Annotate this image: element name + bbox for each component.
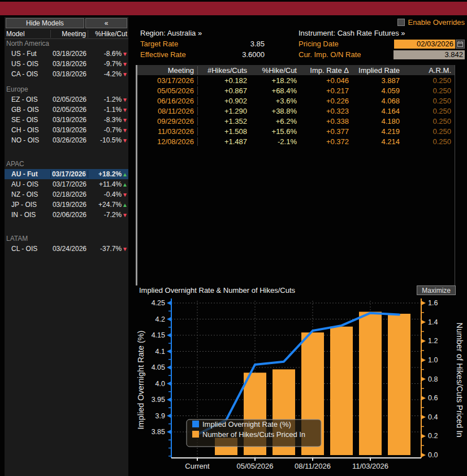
model-meeting-date: 03/19/2026 — [51, 126, 88, 134]
model-pct: -1.2%▼ — [88, 96, 128, 103]
cell-1: +1.352 — [198, 117, 250, 126]
cell-0: 08/11/2026 — [136, 107, 198, 115]
model-pct: +11.4%▲ — [88, 180, 128, 188]
model-name: NZ - OIS — [5, 191, 51, 198]
model-meeting-date: 02/06/2026 — [51, 211, 88, 219]
cell-2: +3.6% — [250, 97, 300, 105]
table-row[interactable]: 06/16/2026+0.902+3.6%+0.2264.0680.250 — [136, 96, 455, 106]
svg-text:05/05/2026: 05/05/2026 — [236, 462, 273, 470]
model-row[interactable]: US - Fut03/18/2026-8.6%▼ — [5, 49, 128, 59]
calendar-button[interactable] — [456, 40, 465, 49]
cell-0: 06/16/2026 — [136, 97, 198, 105]
model-name: EZ - OIS — [5, 96, 51, 103]
cell-3: +0.377 — [300, 127, 352, 136]
table-scrollbar[interactable] — [136, 65, 137, 285]
column-header-hikecut: %Hike/Cut — [88, 30, 128, 38]
model-name: AU - Fut — [5, 170, 51, 178]
meetings-table: Meeting #Hikes/Cuts %Hike/Cut Imp. Rate … — [136, 65, 455, 285]
model-meeting-date: 03/17/2026 — [51, 170, 88, 178]
model-meeting-date: 03/17/2026 — [51, 180, 88, 188]
column-header-meeting: Meeting — [51, 30, 88, 38]
model-meeting-date: 03/18/2026 — [51, 60, 88, 68]
model-name: US - Fut — [5, 50, 51, 58]
cur-imp-rate-value: 3.842 — [394, 50, 465, 59]
up-triangle-icon: ▲ — [122, 171, 128, 178]
model-row[interactable]: JP - OIS03/19/2026+24.7%▲ — [5, 200, 128, 210]
model-name: AU - OIS — [5, 180, 51, 188]
svg-text:Implied Overnight Rate (%): Implied Overnight Rate (%) — [202, 420, 291, 429]
svg-text:1.4: 1.4 — [428, 318, 438, 326]
model-pct: -10.5%▼ — [88, 136, 128, 144]
table-row[interactable]: 08/11/2026+1.290+38.8%+0.3234.1640.250 — [136, 106, 455, 116]
cell-1: +1.290 — [198, 107, 250, 115]
svg-text:3.85: 3.85 — [152, 428, 165, 436]
model-row[interactable]: US - OIS03/18/2026-9.7%▼ — [5, 59, 128, 69]
model-row[interactable]: NZ - OIS02/18/2026-0.4%▼ — [5, 189, 128, 200]
hide-models-button[interactable]: Hide Models — [6, 18, 84, 28]
model-row[interactable]: CH - OIS03/19/2026-0.7%▼ — [5, 125, 128, 135]
up-triangle-icon: ▲ — [122, 202, 128, 208]
effective-rate-value: 3.6000 — [242, 50, 265, 59]
down-triangle-icon: ▼ — [122, 117, 128, 123]
group-label: LATAM — [5, 234, 128, 244]
model-row[interactable]: EZ - OIS02/05/2026-1.2%▼ — [5, 94, 128, 105]
main-content: Region: Australia » Target Rate 3.85 Eff… — [136, 17, 467, 476]
model-row[interactable]: NO - OIS03/26/2026-10.5%▼ — [5, 135, 128, 145]
table-row[interactable]: 05/05/2026+0.867+68.4%+0.2174.0590.250 — [136, 85, 455, 96]
maximize-button[interactable]: Maximize — [417, 285, 456, 295]
target-rate-value: 3.85 — [250, 40, 265, 48]
enable-overrides-label: Enable Overrides — [408, 18, 465, 27]
cell-3: +0.323 — [300, 107, 352, 115]
table-row[interactable]: 11/03/2026+1.508+15.6%+0.3774.2190.250 — [136, 126, 455, 136]
col-imp-rate-delta: Imp. Rate Δ — [300, 66, 352, 75]
cell-1: +1.508 — [198, 127, 250, 136]
model-row[interactable]: AU - OIS03/17/2026+11.4%▲ — [5, 179, 128, 189]
model-meeting-date: 03/26/2026 — [51, 136, 88, 144]
table-row[interactable]: 12/08/2026+1.487-2.1%+0.3724.2140.250 — [136, 136, 455, 146]
model-name: NO - OIS — [5, 136, 51, 144]
pricing-date-input[interactable] — [394, 40, 455, 49]
meetings-table-header: Meeting #Hikes/Cuts %Hike/Cut Imp. Rate … — [136, 65, 455, 75]
model-row[interactable]: SE - OIS03/19/2026-8.3%▼ — [5, 115, 128, 125]
model-row[interactable]: AU - Fut03/17/2026+18.2%▲ — [5, 169, 128, 179]
table-row[interactable]: 03/17/2026+0.182+18.2%+0.0463.8870.250 — [136, 75, 455, 85]
svg-text:0.8: 0.8 — [428, 375, 438, 383]
svg-text:1.0: 1.0 — [428, 356, 438, 364]
cell-2: +6.2% — [250, 117, 300, 126]
model-name: GB - OIS — [5, 106, 51, 114]
cell-4: 4.068 — [352, 97, 403, 105]
enable-overrides-checkbox[interactable] — [397, 19, 405, 26]
collapse-sidebar-button[interactable]: « — [85, 18, 127, 28]
cell-3: +0.046 — [300, 76, 352, 85]
down-triangle-icon: ▼ — [122, 61, 128, 67]
model-row[interactable]: CA - OIS03/18/2026-4.2%▼ — [5, 69, 128, 79]
table-row[interactable]: 09/29/2026+1.352+6.2%+0.3384.1800.250 — [136, 116, 455, 126]
cell-1: +1.487 — [198, 137, 250, 146]
svg-text:Implied Overnight Rate (%): Implied Overnight Rate (%) — [136, 331, 145, 430]
cell-1: +0.902 — [198, 97, 250, 105]
region-selector[interactable]: Region: Australia » — [140, 29, 202, 37]
svg-text:Number of Hikes/Cuts Priced In: Number of Hikes/Cuts Priced In — [202, 430, 305, 439]
column-header-model: Model — [5, 30, 51, 38]
cell-0: 11/03/2026 — [136, 127, 198, 136]
group-label: North America — [5, 39, 128, 49]
col-arm: A.R.M. — [403, 66, 455, 75]
model-list: North AmericaUS - Fut03/18/2026-8.6%▼US … — [5, 39, 128, 254]
sidebar-buttons: Hide Models « — [5, 17, 128, 29]
instrument-selector[interactable]: Instrument: Cash Rate Futures » — [299, 29, 405, 37]
model-name: CA - OIS — [5, 70, 51, 78]
model-row[interactable]: GB - OIS02/05/2026-1.1%▼ — [5, 105, 128, 115]
cell-5: 0.250 — [403, 97, 455, 105]
cell-0: 03/17/2026 — [136, 76, 198, 85]
meetings-table-body: 03/17/2026+0.182+18.2%+0.0463.8870.25005… — [136, 75, 455, 146]
terminal-title-bar — [0, 2, 467, 15]
down-triangle-icon: ▼ — [122, 127, 128, 133]
cell-2: +38.8% — [250, 107, 300, 115]
wirp-screen: Hide Models « Model Meeting %Hike/Cut No… — [0, 0, 467, 476]
down-triangle-icon: ▼ — [122, 192, 128, 198]
model-row[interactable]: CL - OIS03/24/2026-37.7%▼ — [5, 244, 128, 254]
col-pct-hike-cut: %Hike/Cut — [250, 66, 300, 75]
cell-5: 0.250 — [403, 86, 455, 95]
model-row[interactable]: IN - OIS02/06/2026-7.2%▼ — [5, 210, 128, 220]
group-label: APAC — [5, 159, 128, 169]
